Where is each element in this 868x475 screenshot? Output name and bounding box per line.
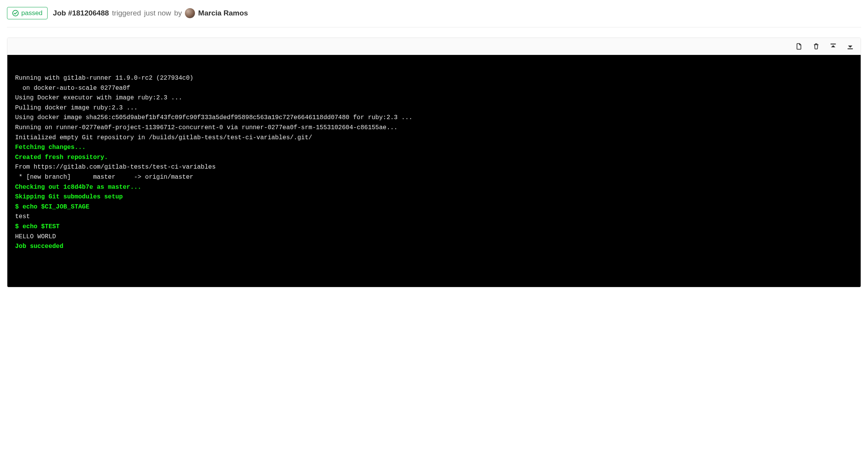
job-title: Job #181206488 — [53, 9, 109, 17]
log-body: Running with gitlab-runner 11.9.0-rc2 (2… — [7, 55, 861, 287]
scroll-top-button[interactable] — [829, 42, 837, 51]
log-line: Created fresh repository. — [15, 153, 853, 163]
log-line: Fetching changes... — [15, 143, 853, 153]
job-title-line: Job #181206488 triggered just now by Mar… — [53, 8, 248, 18]
trigger-time: just now — [144, 9, 171, 17]
show-raw-button[interactable] — [795, 42, 803, 51]
user-name[interactable]: Marcia Ramos — [198, 9, 248, 17]
log-line: Running on runner-0277ea0f-project-11396… — [15, 123, 853, 133]
log-line: Initialized empty Git repository in /bui… — [15, 133, 853, 143]
document-icon — [796, 43, 803, 50]
log-line: * [new branch] master -> origin/master — [15, 173, 853, 183]
svg-rect-2 — [847, 48, 853, 49]
status-text: passed — [21, 9, 43, 17]
scroll-bottom-button[interactable] — [846, 42, 854, 51]
scroll-bottom-icon — [847, 43, 854, 50]
status-badge: passed — [7, 7, 48, 19]
log-line: From https://gitlab.com/gitlab-tests/tes… — [15, 162, 853, 173]
trash-icon — [813, 43, 820, 50]
log-line: Job succeeded — [15, 242, 853, 252]
log-line: Pulling docker image ruby:2.3 ... — [15, 103, 853, 113]
trigger-prefix: triggered — [112, 9, 141, 17]
log-line: test — [15, 212, 853, 222]
log-line: $ echo $CI_JOB_STAGE — [15, 202, 853, 212]
avatar[interactable] — [185, 8, 195, 18]
log-line: Running with gitlab-runner 11.9.0-rc2 (2… — [15, 73, 853, 84]
log-container: Running with gitlab-runner 11.9.0-rc2 (2… — [7, 38, 861, 287]
svg-rect-1 — [830, 43, 836, 44]
scroll-top-icon — [830, 43, 837, 50]
log-line: HELLO WORLD — [15, 232, 853, 242]
log-line: Skipping Git submodules setup — [15, 192, 853, 202]
log-line: Checking out 1c8d4b7e as master... — [15, 183, 853, 193]
log-line: $ echo $TEST — [15, 222, 853, 232]
log-line: Using docker image sha256:c505d9abef1bf4… — [15, 113, 853, 123]
job-header: passed Job #181206488 triggered just now… — [7, 4, 861, 27]
log-line: Using Docker executor with image ruby:2.… — [15, 93, 853, 103]
log-line: on docker-auto-scale 0277ea0f — [15, 84, 853, 94]
trigger-by: by — [174, 9, 182, 17]
erase-log-button[interactable] — [812, 42, 820, 51]
log-toolbar — [7, 38, 861, 55]
check-circle-icon — [12, 10, 19, 17]
